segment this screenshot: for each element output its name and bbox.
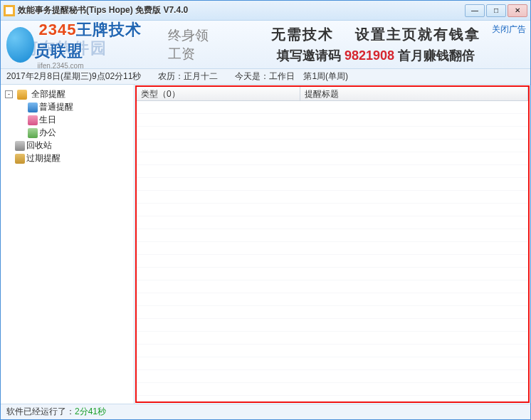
reminder-list: 类型（0） 提醒标题 [135, 85, 530, 404]
category-tree: - 全部提醒 普通提醒 生日 办公 回收站 过期提醒 [1, 85, 135, 404]
mascot-icon [6, 27, 34, 63]
pitch-1a: 无需技术 [271, 26, 334, 42]
svg-rect-1 [6, 7, 13, 14]
banner-pitch[interactable]: 无需技术 设置主页就有钱拿 填写邀请码 9821908 首月赚钱翻倍 [221, 21, 530, 68]
tree-item-all[interactable]: - 全部提醒 普通提醒 生日 办公 [4, 88, 132, 139]
expand-toggle-icon[interactable]: - [5, 90, 13, 98]
trash-icon [15, 141, 25, 151]
list-rows-empty[interactable] [137, 101, 528, 401]
tree-item-expired[interactable]: 过期提醒 [4, 152, 132, 164]
tree-item-normal[interactable]: 普通提醒 [16, 100, 132, 113]
status-prefix: 软件已经运行了： [6, 406, 75, 418]
column-title[interactable]: 提醒标题 [300, 87, 528, 100]
body-area: - 全部提醒 普通提醒 生日 办公 回收站 过期提醒 类型（0） 提醒标题 [1, 85, 530, 404]
jifen-url: jifen.2345.com [37, 62, 158, 69]
pitch-2-post: 首月赚钱翻倍 [398, 48, 475, 63]
tree-label[interactable]: 普通提醒 [39, 102, 73, 112]
pitch-1b: 设置主页就有钱拿 [355, 26, 480, 42]
minimize-button[interactable]: — [465, 4, 485, 17]
column-type[interactable]: 类型（0） [137, 87, 300, 100]
tree-label[interactable]: 全部提醒 [31, 89, 65, 99]
today-text: 今天是：工作日 第1周(单周) [235, 70, 348, 83]
lunar-text: 农历：正月十二 [158, 70, 218, 83]
birthday-icon [28, 115, 38, 125]
date-bar: 2017年2月8日(星期三)9点02分11秒 农历：正月十二 今天是：工作日 第… [1, 69, 530, 85]
folder-all-icon [17, 90, 27, 100]
invite-code: 9821908 [345, 48, 394, 63]
close-button[interactable]: ✕ [508, 4, 527, 17]
tree-item-trash[interactable]: 回收站 [4, 139, 132, 152]
tree-label[interactable]: 办公 [39, 127, 56, 137]
ad-banner: 河东软件园 2345王牌技术员联盟 jifen.2345.com 终身领工资 无… [1, 21, 530, 69]
tree-item-birthday[interactable]: 生日 [16, 113, 132, 126]
office-icon [28, 128, 38, 138]
list-highlight-box: 类型（0） 提醒标题 [135, 85, 530, 403]
tree-label[interactable]: 回收站 [26, 140, 52, 150]
titlebar: 效能事务提醒秘书(Tips Hope) 免费版 V7.4.0 — □ ✕ [1, 1, 530, 21]
brand-2345: 2345 [38, 21, 76, 38]
window-title: 效能事务提醒秘书(Tips Hope) 免费版 V7.4.0 [18, 4, 465, 16]
tree-item-office[interactable]: 办公 [16, 126, 132, 139]
app-icon [4, 5, 15, 16]
status-uptime: 2分41秒 [75, 406, 106, 418]
app-window: 效能事务提醒秘书(Tips Hope) 免费版 V7.4.0 — □ ✕ 河东软… [0, 0, 531, 420]
brand-subtext: 终身领工资 [168, 26, 221, 63]
expired-icon [15, 154, 25, 164]
date-text: 2017年2月8日(星期三)9点02分11秒 [6, 70, 141, 83]
normal-icon [28, 103, 38, 112]
tree-label[interactable]: 生日 [39, 115, 56, 125]
close-ad-link[interactable]: 关闭广告 [492, 23, 526, 36]
tree-label[interactable]: 过期提醒 [26, 153, 61, 163]
maximize-button[interactable]: □ [486, 4, 506, 17]
pitch-2-pre: 填写邀请码 [277, 48, 341, 63]
list-header: 类型（0） 提醒标题 [137, 87, 528, 101]
window-controls: — □ ✕ [465, 4, 527, 17]
status-bar: 软件已经运行了： 2分41秒 [1, 404, 530, 419]
banner-logo-area: 2345王牌技术员联盟 jifen.2345.com 终身领工资 [1, 21, 221, 68]
